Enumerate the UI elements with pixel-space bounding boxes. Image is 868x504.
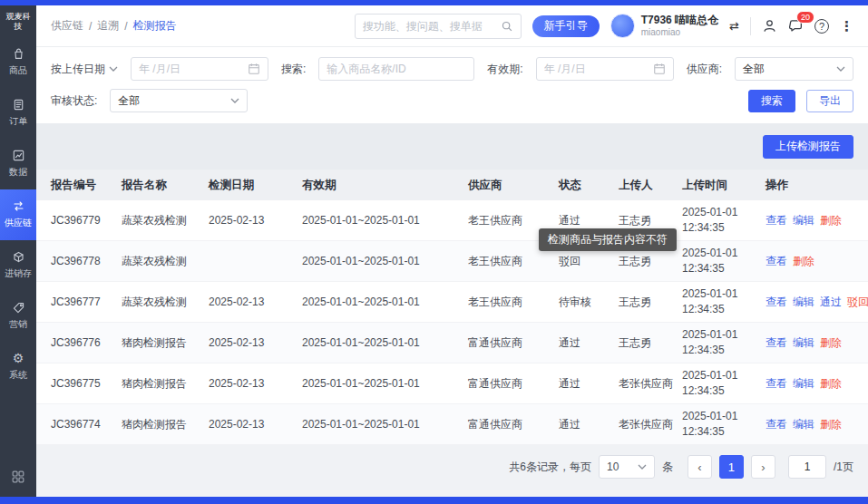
avatar[interactable] (610, 14, 635, 38)
sidebar-item-label: 营销 (9, 318, 27, 331)
more-menu-icon[interactable]: ⋮ (840, 18, 853, 34)
report-table: 报告编号 报告名称 检测日期 有效期 供应商 状态 上传人 上传时间 操作 JC… (36, 170, 868, 445)
delete-link[interactable]: 删除 (820, 376, 842, 392)
search-icon[interactable] (501, 20, 513, 33)
cell-upload-time: 2025-01-01 12:34:35 (682, 327, 766, 359)
cell-validity: 2025-01-01~2025-01-01 (302, 255, 468, 267)
table-footer: 共6条记录，每页 10 条 ‹ 1 › /1页 (36, 445, 868, 497)
cell-uploader: 王志勇 (619, 295, 682, 310)
cell-uploader: 王志勇 (619, 213, 682, 228)
cell-upload-time: 2025-01-01 12:34:35 (682, 368, 766, 400)
switch-store-icon[interactable]: ⇄ (729, 19, 739, 33)
edit-link[interactable]: 编辑 (793, 417, 814, 432)
row-actions: 查看 编辑 删除 (766, 335, 853, 351)
export-button[interactable]: 导出 (806, 90, 853, 112)
row-actions: 查看 编辑 删除 (766, 417, 853, 432)
date-field-label: 按上传日期 (51, 62, 105, 77)
page-1-button[interactable]: 1 (719, 455, 744, 479)
sidebar-item-label: 订单 (9, 115, 27, 128)
sidebar-item-inventory[interactable]: 进销存 (0, 240, 36, 291)
upload-date-input[interactable] (139, 63, 242, 75)
edit-link[interactable]: 编辑 (793, 213, 814, 228)
sidebar-item-marketing[interactable]: 营销 (0, 291, 36, 342)
message-count-badge: 20 (796, 11, 814, 24)
cell-upload-time: 2025-01-01 12:34:35 (682, 205, 766, 237)
inventory-icon (12, 250, 25, 264)
sidebar-item-label: 数据 (9, 166, 27, 179)
sidebar-item-data[interactable]: 数据 (0, 139, 36, 189)
sidebar-item-orders[interactable]: 订单 (0, 88, 36, 139)
cell-report-name: 猪肉检测报告 (122, 335, 209, 351)
edit-link[interactable]: 编辑 (793, 295, 814, 310)
app-grid-button[interactable] (0, 460, 36, 497)
cell-upload-time: 2025-01-01 12:34:35 (682, 246, 766, 277)
sidebar-item-supply-chain[interactable]: 供应链 (0, 189, 36, 240)
view-link[interactable]: 查看 (766, 213, 787, 228)
support-icon[interactable] (762, 18, 777, 34)
cell-supplier: 富通供应商 (468, 335, 559, 351)
upload-report-button[interactable]: 上传检测报告 (763, 135, 853, 159)
reject-link[interactable]: 驳回 (847, 295, 868, 310)
page-jump-input[interactable] (789, 456, 825, 478)
breadcrumb-current: 检测报告 (133, 18, 177, 34)
help-icon[interactable]: ? (814, 19, 829, 34)
delete-link[interactable]: 删除 (820, 417, 842, 432)
status-select-value: 全部 (118, 93, 140, 109)
row-actions: 查看 删除 (766, 254, 853, 269)
sidebar-item-goods[interactable]: 商品 (0, 37, 36, 88)
table-toolbar: 上传检测报告 (36, 123, 868, 170)
page-jump-box (788, 455, 826, 479)
beginner-guide-button[interactable]: 新手引导 (532, 15, 600, 37)
column-header: 上传人 (619, 178, 682, 193)
view-link[interactable]: 查看 (766, 376, 787, 392)
breadcrumb-supply-chain[interactable]: 供应链 (51, 18, 83, 34)
chevron-down-icon (638, 464, 647, 470)
supplier-select-value: 全部 (743, 62, 765, 77)
status-select[interactable]: 全部 (110, 89, 248, 112)
delete-link[interactable]: 删除 (820, 213, 842, 228)
validity-label: 有效期: (487, 62, 522, 77)
cell-report-name: 猪肉检测报告 (122, 417, 209, 432)
column-header: 供应商 (468, 178, 559, 193)
view-link[interactable]: 查看 (766, 295, 787, 310)
app-window: 观麦科技 商品 订单 数据 供应链 进销存 营销 ⚙ 系统 (0, 5, 868, 497)
supplier-select[interactable]: 全部 (735, 57, 853, 81)
validity-date-box (536, 57, 674, 81)
product-search-input[interactable] (327, 63, 466, 75)
cell-validity: 2025-01-01~2025-01-01 (302, 336, 468, 349)
breadcrumb-trace[interactable]: 追溯 (97, 18, 119, 34)
edit-link[interactable]: 编辑 (793, 335, 814, 351)
prev-page-button[interactable]: ‹ (688, 455, 712, 479)
cell-validity: 2025-01-01~2025-01-01 (302, 296, 468, 308)
cell-report-id: JC396776 (51, 336, 122, 349)
sidebar-item-system[interactable]: ⚙ 系统 (0, 342, 36, 393)
column-header: 上传时间 (682, 178, 766, 193)
gear-icon: ⚙ (13, 352, 24, 365)
cell-report-name: 蔬菜农残检测 (122, 213, 209, 228)
edit-link[interactable]: 编辑 (793, 376, 814, 392)
delete-link[interactable]: 删除 (793, 254, 814, 269)
table-header-row: 报告编号 报告名称 检测日期 有效期 供应商 状态 上传人 上传时间 操作 (36, 170, 868, 200)
view-link[interactable]: 查看 (766, 417, 787, 432)
messages-button[interactable]: 20 (788, 18, 804, 34)
search-button[interactable]: 搜索 (748, 90, 795, 112)
sidebar-item-label: 供应链 (5, 217, 32, 229)
cell-supplier: 富通供应商 (468, 376, 559, 392)
filter-row-2: 审核状态: 全部 搜索 导出 (51, 87, 853, 114)
account-area[interactable]: T7936 喵喵总仓 miaomiao (610, 14, 718, 39)
view-link[interactable]: 查看 (766, 335, 787, 351)
cell-validity: 2025-01-01~2025-01-01 (302, 377, 468, 390)
next-page-button[interactable]: › (751, 455, 775, 479)
view-link[interactable]: 查看 (766, 254, 787, 269)
delete-link[interactable]: 删除 (820, 335, 842, 351)
date-field-selector[interactable]: 按上传日期 (51, 62, 118, 77)
cell-validity: 2025-01-01~2025-01-01 (302, 214, 468, 227)
cell-date: 2025-02-13 (209, 377, 302, 390)
calendar-icon (248, 63, 260, 75)
table-row: JC396774 猪肉检测报告 2025-02-13 2025-01-01~20… (36, 404, 868, 445)
approve-link[interactable]: 通过 (820, 295, 842, 310)
global-search-input[interactable] (363, 20, 495, 33)
page-size-select[interactable]: 10 (599, 455, 655, 479)
cell-report-id: JC396775 (51, 377, 122, 390)
validity-date-input[interactable] (544, 63, 648, 75)
